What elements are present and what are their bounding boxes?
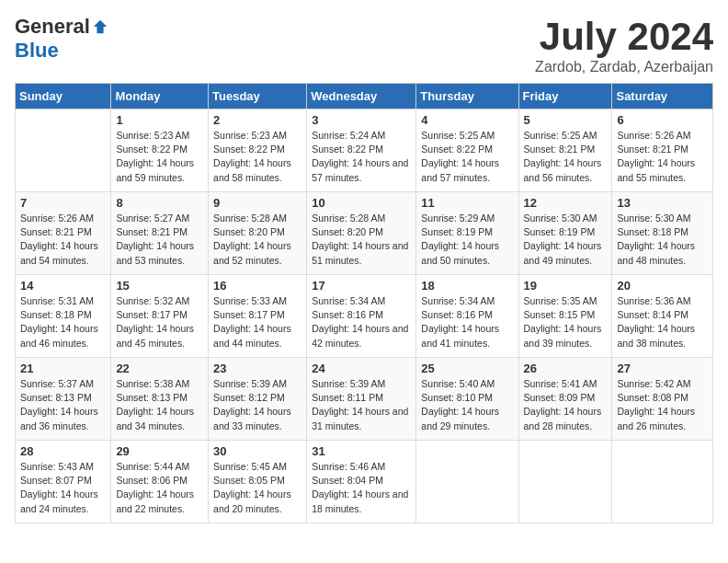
calendar-cell: 20 Sunrise: 5:36 AMSunset: 8:14 PMDaylig… — [612, 275, 713, 358]
day-info: Sunrise: 5:38 AMSunset: 8:13 PMDaylight:… — [116, 378, 194, 431]
calendar-cell: 15 Sunrise: 5:32 AMSunset: 8:17 PMDaylig… — [111, 275, 209, 358]
day-info: Sunrise: 5:31 AMSunset: 8:18 PMDaylight:… — [20, 295, 98, 349]
calendar-cell: 27 Sunrise: 5:42 AMSunset: 8:08 PMDaylig… — [612, 358, 713, 441]
calendar-cell: 2 Sunrise: 5:23 AMSunset: 8:22 PMDayligh… — [209, 109, 307, 192]
logo-icon — [92, 18, 108, 35]
day-number: 5 — [524, 113, 608, 127]
calendar-cell: 30 Sunrise: 5:45 AMSunset: 8:05 PMDaylig… — [209, 441, 307, 523]
day-info: Sunrise: 5:35 AMSunset: 8:15 PMDaylight:… — [524, 295, 602, 349]
calendar-title: July 2024 — [535, 15, 713, 59]
day-number: 27 — [617, 362, 708, 375]
day-info: Sunrise: 5:33 AMSunset: 8:17 PMDaylight:… — [213, 295, 291, 349]
week-row-5: 28 Sunrise: 5:43 AMSunset: 8:07 PMDaylig… — [16, 441, 713, 523]
day-info: Sunrise: 5:23 AMSunset: 8:22 PMDaylight:… — [213, 130, 291, 183]
calendar-cell: 9 Sunrise: 5:28 AMSunset: 8:20 PMDayligh… — [209, 192, 307, 275]
day-number: 7 — [20, 196, 106, 210]
day-number: 11 — [421, 196, 513, 210]
day-info: Sunrise: 5:30 AMSunset: 8:19 PMDaylight:… — [524, 213, 602, 266]
calendar-cell: 10 Sunrise: 5:28 AMSunset: 8:20 PMDaylig… — [307, 192, 416, 275]
day-number: 19 — [524, 279, 608, 293]
logo-blue-text: Blue — [15, 39, 59, 63]
calendar-cell: 19 Sunrise: 5:35 AMSunset: 8:15 PMDaylig… — [518, 275, 612, 358]
day-info: Sunrise: 5:25 AMSunset: 8:22 PMDaylight:… — [421, 130, 499, 183]
col-sunday: Sunday — [16, 84, 111, 109]
day-number: 25 — [421, 362, 513, 375]
calendar-cell: 7 Sunrise: 5:26 AMSunset: 8:21 PMDayligh… — [16, 192, 111, 275]
day-info: Sunrise: 5:46 AMSunset: 8:04 PMDaylight:… — [312, 461, 408, 514]
day-info: Sunrise: 5:25 AMSunset: 8:21 PMDaylight:… — [524, 130, 602, 183]
week-row-4: 21 Sunrise: 5:37 AMSunset: 8:13 PMDaylig… — [16, 358, 713, 441]
calendar-cell: 8 Sunrise: 5:27 AMSunset: 8:21 PMDayligh… — [111, 192, 209, 275]
day-info: Sunrise: 5:23 AMSunset: 8:22 PMDaylight:… — [116, 130, 194, 183]
day-info: Sunrise: 5:45 AMSunset: 8:05 PMDaylight:… — [213, 461, 291, 514]
calendar-cell: 1 Sunrise: 5:23 AMSunset: 8:22 PMDayligh… — [111, 109, 209, 192]
col-tuesday: Tuesday — [209, 84, 307, 109]
day-info: Sunrise: 5:34 AMSunset: 8:16 PMDaylight:… — [312, 295, 408, 349]
calendar-cell: 12 Sunrise: 5:30 AMSunset: 8:19 PMDaylig… — [518, 192, 612, 275]
day-number: 15 — [116, 279, 203, 293]
day-number: 30 — [213, 444, 301, 458]
header-row: Sunday Monday Tuesday Wednesday Thursday… — [16, 84, 713, 109]
day-number: 18 — [421, 279, 513, 293]
day-number: 28 — [20, 444, 106, 458]
calendar-cell: 4 Sunrise: 5:25 AMSunset: 8:22 PMDayligh… — [416, 109, 518, 192]
calendar-cell: 31 Sunrise: 5:46 AMSunset: 8:04 PMDaylig… — [307, 441, 416, 523]
day-number: 1 — [116, 113, 203, 127]
day-number: 14 — [20, 279, 106, 293]
day-info: Sunrise: 5:27 AMSunset: 8:21 PMDaylight:… — [116, 213, 194, 266]
day-number: 26 — [524, 362, 608, 375]
logo-general-text: General — [15, 15, 90, 39]
calendar-cell: 23 Sunrise: 5:39 AMSunset: 8:12 PMDaylig… — [209, 358, 307, 441]
svg-marker-0 — [94, 20, 107, 33]
day-info: Sunrise: 5:30 AMSunset: 8:18 PMDaylight:… — [617, 213, 695, 266]
day-number: 6 — [617, 113, 708, 127]
day-number: 22 — [116, 362, 203, 375]
day-info: Sunrise: 5:28 AMSunset: 8:20 PMDaylight:… — [312, 213, 408, 266]
calendar-cell: 29 Sunrise: 5:44 AMSunset: 8:06 PMDaylig… — [111, 441, 209, 523]
calendar-subtitle: Zardob, Zardab, Azerbaijan — [535, 59, 713, 75]
calendar-cell: 13 Sunrise: 5:30 AMSunset: 8:18 PMDaylig… — [612, 192, 713, 275]
day-number: 17 — [312, 279, 411, 293]
day-number: 20 — [617, 279, 708, 293]
day-info: Sunrise: 5:32 AMSunset: 8:17 PMDaylight:… — [116, 295, 194, 349]
calendar-cell: 5 Sunrise: 5:25 AMSunset: 8:21 PMDayligh… — [518, 109, 612, 192]
calendar-cell: 18 Sunrise: 5:34 AMSunset: 8:16 PMDaylig… — [416, 275, 518, 358]
page-header: General Blue July 2024 Zardob, Zardab, A… — [15, 15, 713, 75]
calendar-cell — [16, 109, 111, 192]
calendar-cell: 16 Sunrise: 5:33 AMSunset: 8:17 PMDaylig… — [209, 275, 307, 358]
calendar-cell: 22 Sunrise: 5:38 AMSunset: 8:13 PMDaylig… — [111, 358, 209, 441]
day-number: 2 — [213, 113, 301, 127]
day-number: 13 — [617, 196, 708, 210]
day-info: Sunrise: 5:44 AMSunset: 8:06 PMDaylight:… — [116, 461, 194, 514]
day-info: Sunrise: 5:39 AMSunset: 8:11 PMDaylight:… — [312, 378, 408, 431]
day-info: Sunrise: 5:24 AMSunset: 8:22 PMDaylight:… — [312, 130, 408, 183]
day-number: 24 — [312, 362, 411, 375]
day-number: 4 — [421, 113, 513, 127]
day-number: 29 — [116, 444, 203, 458]
day-info: Sunrise: 5:29 AMSunset: 8:19 PMDaylight:… — [421, 213, 499, 266]
day-info: Sunrise: 5:41 AMSunset: 8:09 PMDaylight:… — [524, 378, 602, 431]
week-row-1: 1 Sunrise: 5:23 AMSunset: 8:22 PMDayligh… — [16, 109, 713, 192]
calendar-cell: 26 Sunrise: 5:41 AMSunset: 8:09 PMDaylig… — [518, 358, 612, 441]
calendar-cell: 25 Sunrise: 5:40 AMSunset: 8:10 PMDaylig… — [416, 358, 518, 441]
calendar-cell: 21 Sunrise: 5:37 AMSunset: 8:13 PMDaylig… — [16, 358, 111, 441]
day-info: Sunrise: 5:37 AMSunset: 8:13 PMDaylight:… — [20, 378, 98, 431]
calendar-cell: 24 Sunrise: 5:39 AMSunset: 8:11 PMDaylig… — [307, 358, 416, 441]
calendar-cell — [416, 441, 518, 523]
calendar-cell: 3 Sunrise: 5:24 AMSunset: 8:22 PMDayligh… — [307, 109, 416, 192]
day-info: Sunrise: 5:43 AMSunset: 8:07 PMDaylight:… — [20, 461, 98, 514]
day-number: 3 — [312, 113, 411, 127]
day-number: 23 — [213, 362, 301, 375]
calendar-cell: 14 Sunrise: 5:31 AMSunset: 8:18 PMDaylig… — [16, 275, 111, 358]
logo: General Blue — [15, 15, 108, 63]
col-saturday: Saturday — [612, 84, 713, 109]
col-thursday: Thursday — [416, 84, 518, 109]
calendar-table: Sunday Monday Tuesday Wednesday Thursday… — [15, 83, 713, 523]
day-number: 12 — [524, 196, 608, 210]
col-wednesday: Wednesday — [307, 84, 416, 109]
col-monday: Monday — [111, 84, 209, 109]
day-info: Sunrise: 5:28 AMSunset: 8:20 PMDaylight:… — [213, 213, 291, 266]
col-friday: Friday — [518, 84, 612, 109]
calendar-cell: 28 Sunrise: 5:43 AMSunset: 8:07 PMDaylig… — [16, 441, 111, 523]
day-number: 21 — [20, 362, 106, 375]
